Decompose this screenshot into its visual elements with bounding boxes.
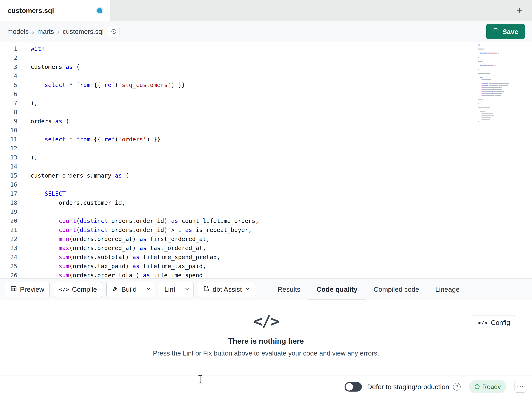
toggle-knob <box>346 383 353 391</box>
minimap[interactable] <box>478 45 508 125</box>
code-editor[interactable]: 1with23customers as (45 select * from {{… <box>0 42 532 278</box>
code-line-16[interactable]: 16 <box>0 180 532 189</box>
code-text: sum(orders.order_total) as lifetime_spen… <box>17 272 532 279</box>
breadcrumb-models[interactable]: models <box>7 28 29 35</box>
tab-code-quality[interactable]: Code quality <box>308 279 366 300</box>
code-text: orders.customer_id, <box>17 199 532 206</box>
defer-toggle[interactable] <box>345 382 362 391</box>
action-bar: Preview </> Compile Build <box>0 278 532 300</box>
code-line-23[interactable]: 23 max(orders.ordered_at) as last_ordere… <box>0 243 532 252</box>
line-number: 21 <box>0 227 17 233</box>
code-line-7[interactable]: 7), <box>0 98 532 107</box>
code-line-17[interactable]: 17 SELECT <box>0 189 532 198</box>
code-icon: </> <box>253 312 279 330</box>
code-line-1[interactable]: 1with <box>0 44 532 53</box>
code-text: customers as ( <box>17 63 532 70</box>
code-line-2[interactable]: 2 <box>0 53 532 62</box>
help-icon[interactable]: ? <box>453 383 461 391</box>
tab-lineage[interactable]: Lineage <box>427 279 468 300</box>
line-number: 23 <box>0 245 17 251</box>
build-dropdown-button[interactable] <box>142 282 155 297</box>
code-line-26[interactable]: 26 sum(orders.order_total) as lifetime_s… <box>0 271 532 278</box>
line-number: 26 <box>0 272 17 279</box>
chevron-down-icon <box>146 286 151 293</box>
line-number: 24 <box>0 254 17 261</box>
preview-button[interactable]: Preview <box>5 282 50 297</box>
code-line-22[interactable]: 22 min(orders.ordered_at) as first_order… <box>0 234 532 243</box>
code-text: count(distinct orders.order_id) > 1 as i… <box>17 227 532 233</box>
code-text: orders as ( <box>17 118 532 125</box>
code-line-20[interactable]: 20 count(distinct orders.order_id) as co… <box>0 216 532 225</box>
code-text: min(orders.ordered_at) as first_ordered_… <box>17 235 532 242</box>
line-number: 6 <box>0 91 17 98</box>
save-button[interactable]: Save <box>486 24 525 39</box>
empty-state: </> There is nothing here Press the Lint… <box>0 312 532 357</box>
tab-title: customers.sql <box>8 7 54 14</box>
line-number: 7 <box>0 100 17 106</box>
code-line-3[interactable]: 3customers as ( <box>0 62 532 71</box>
wrench-icon <box>112 286 118 294</box>
code-text: ), <box>17 154 532 161</box>
magic-edit-icon <box>203 286 209 294</box>
code-line-11[interactable]: 11 select * from {{ ref('orders') }} <box>0 135 532 144</box>
compile-label: Compile <box>72 286 97 293</box>
line-number: 22 <box>0 235 17 242</box>
file-info-button[interactable] <box>108 26 120 38</box>
code-line-9[interactable]: 9orders as ( <box>0 117 532 126</box>
line-number: 9 <box>0 118 17 125</box>
ready-status-badge: Ready <box>469 380 507 393</box>
code-lines: 1with23customers as (45 select * from {{… <box>0 44 532 278</box>
preview-label: Preview <box>20 286 44 293</box>
code-line-10[interactable]: 10 <box>0 126 532 135</box>
status-ring-icon <box>475 384 480 389</box>
code-line-18[interactable]: 18 orders.customer_id, <box>0 198 532 207</box>
code-line-8[interactable]: 8 <box>0 107 532 117</box>
breadcrumb-customers-sql[interactable]: customers.sql <box>63 28 104 35</box>
lint-dropdown-button[interactable] <box>181 282 194 297</box>
code-line-14[interactable]: 14 <box>0 162 532 171</box>
line-number: 17 <box>0 190 17 197</box>
panel-tabs: Results Code quality Compiled code Linea… <box>270 279 468 300</box>
tab-results[interactable]: Results <box>270 279 308 300</box>
code-line-12[interactable]: 12 <box>0 144 532 153</box>
lint-split-button: Lint <box>159 282 194 297</box>
code-line-6[interactable]: 6 <box>0 89 532 98</box>
chevron-right-icon: › <box>57 28 59 36</box>
line-number: 2 <box>0 54 17 61</box>
overflow-menu-button[interactable]: ⋯ <box>514 381 526 392</box>
code-line-4[interactable]: 4 <box>0 71 532 80</box>
status-bar: Defer to staging/production ? Ready ⋯ <box>0 375 532 398</box>
code-line-25[interactable]: 25 sum(orders.tax_paid) as lifetime_tax_… <box>0 261 532 271</box>
lint-label: Lint <box>164 286 175 293</box>
code-icon: </> <box>59 286 69 293</box>
save-icon <box>493 28 499 36</box>
code-line-19[interactable]: 19 <box>0 207 532 216</box>
line-number: 12 <box>0 145 17 152</box>
line-number: 5 <box>0 82 17 88</box>
new-tab-button[interactable]: + <box>512 0 526 21</box>
breadcrumb-marts[interactable]: marts <box>38 28 54 35</box>
line-number: 13 <box>0 154 17 161</box>
code-line-13[interactable]: 13), <box>0 153 532 162</box>
code-text: with <box>17 45 532 52</box>
save-label: Save <box>502 28 518 36</box>
dbt-ide-window: customers.sql + models › marts › custome… <box>0 0 532 398</box>
editor-tab-customers-sql[interactable]: customers.sql <box>0 0 110 21</box>
code-line-15[interactable]: 15customer_orders_summary as ( <box>0 171 532 180</box>
chevron-down-icon <box>245 286 250 293</box>
dbt-assist-button[interactable]: dbt Assist <box>198 282 256 297</box>
line-number: 14 <box>0 163 17 170</box>
code-line-24[interactable]: 24 sum(orders.subtotal) as lifetime_spen… <box>0 252 532 261</box>
line-number: 11 <box>0 136 17 143</box>
breadcrumb: models › marts › customers.sql <box>7 28 104 36</box>
code-text: sum(orders.tax_paid) as lifetime_tax_pai… <box>17 263 532 270</box>
code-text: sum(orders.subtotal) as lifetime_spend_p… <box>17 254 532 261</box>
compile-button[interactable]: </> Compile <box>54 282 103 297</box>
code-line-21[interactable]: 21 count(distinct orders.order_id) > 1 a… <box>0 225 532 234</box>
tab-compiled-code[interactable]: Compiled code <box>366 279 427 300</box>
code-text: select * from {{ ref('orders') }} <box>17 136 532 143</box>
lint-button[interactable]: Lint <box>159 282 181 297</box>
code-text: select * from {{ ref('stg_customers') }} <box>17 82 532 88</box>
code-line-5[interactable]: 5 select * from {{ ref('stg_customers') … <box>0 80 532 89</box>
build-button[interactable]: Build <box>107 282 142 297</box>
